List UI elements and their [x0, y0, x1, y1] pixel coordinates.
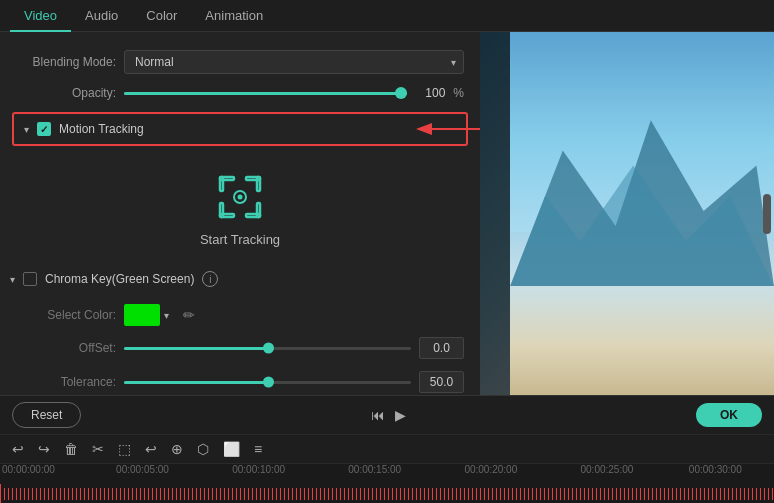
chroma-key-label: Chroma Key(Green Screen) [45, 272, 194, 286]
tab-audio[interactable]: Audio [71, 0, 132, 31]
opacity-row: Opacity: 100 % [0, 80, 480, 106]
toolbar: ↩ ↪ 🗑 ✂ ⬚ ↩ ⊕ ⬡ ⬜ ≡ [0, 434, 774, 463]
svg-marker-13 [510, 165, 774, 286]
video-preview [480, 32, 774, 395]
opacity-slider-thumb[interactable] [395, 87, 407, 99]
undo-button[interactable]: ↩ [8, 439, 28, 459]
tolerance-thumb[interactable] [263, 377, 274, 388]
offset-row: OffSet: 0.0 [0, 331, 480, 365]
time-mark-5: 00:00:25:00 [581, 464, 634, 475]
prev-frame-button[interactable]: ⏮ [371, 407, 385, 423]
mountain-svg [510, 105, 774, 287]
color-swatch-wrapper: ▾ [124, 304, 169, 326]
offset-slider[interactable] [124, 347, 411, 350]
motion-tracking-chevron: ▾ [24, 124, 29, 135]
motion-tracking-label: Motion Tracking [59, 122, 144, 136]
time-mark-2: 00:00:10:00 [232, 464, 285, 475]
video-left-overlay [480, 32, 510, 395]
time-mark-0: 00:00:00:00 [2, 464, 55, 475]
tab-color[interactable]: Color [132, 0, 191, 31]
transform-button[interactable]: ⬡ [193, 439, 213, 459]
timeline-track[interactable] [0, 484, 774, 503]
time-mark-4: 00:00:20:00 [464, 464, 517, 475]
eyedropper-icon[interactable]: ✏ [183, 307, 195, 323]
chroma-key-checkbox[interactable] [23, 272, 37, 286]
chroma-key-info-icon[interactable]: i [202, 271, 218, 287]
timeline-bar [0, 488, 774, 500]
time-mark-6: 00:00:30:00 [689, 464, 742, 475]
copy-button[interactable]: ⬚ [114, 439, 135, 459]
swatch-chevron-icon[interactable]: ▾ [164, 310, 169, 321]
time-mark-3: 00:00:15:00 [348, 464, 401, 475]
reset-button[interactable]: Reset [12, 402, 81, 428]
offset-fill [124, 347, 268, 350]
tracking-icon-svg [215, 172, 265, 222]
properties-panel: Blending Mode: Normal Multiply Screen ▾ … [0, 32, 480, 395]
redo-button[interactable]: ↪ [34, 439, 54, 459]
delete-button[interactable]: 🗑 [60, 439, 82, 459]
color-swatch[interactable] [124, 304, 160, 326]
blending-select-wrapper: Normal Multiply Screen ▾ [124, 50, 464, 74]
offset-value[interactable]: 0.0 [419, 337, 464, 359]
offset-label: OffSet: [16, 341, 116, 355]
crop-button[interactable]: ⬜ [219, 439, 244, 459]
tolerance-slider[interactable] [124, 381, 411, 384]
video-panel [480, 32, 774, 395]
timeline-ruler: 00:00:00:00 00:00:05:00 00:00:10:00 00:0… [0, 464, 774, 484]
tolerance-label: Tolerance: [16, 375, 116, 389]
opacity-slider[interactable] [124, 92, 407, 95]
blending-label: Blending Mode: [16, 55, 116, 69]
playhead[interactable] [0, 484, 1, 503]
opacity-slider-fill [124, 92, 407, 95]
cut-button[interactable]: ✂ [88, 439, 108, 459]
tab-video[interactable]: Video [10, 0, 71, 31]
timeline: 00:00:00:00 00:00:05:00 00:00:10:00 00:0… [0, 463, 774, 503]
motion-tracking-header[interactable]: ▾ Motion Tracking [12, 112, 468, 146]
play-button[interactable]: ▶ [395, 407, 406, 423]
tab-animation[interactable]: Animation [191, 0, 277, 31]
chroma-key-header[interactable]: ▾ Chroma Key(Green Screen) i [0, 263, 480, 295]
motion-tracking-checkbox[interactable] [37, 122, 51, 136]
add-button[interactable]: ⊕ [167, 439, 187, 459]
blending-select[interactable]: Normal Multiply Screen [124, 50, 464, 74]
opacity-percent: % [453, 86, 464, 100]
ok-button[interactable]: OK [696, 403, 762, 427]
tolerance-row: Tolerance: 50.0 [0, 365, 480, 395]
opacity-value: 100 [415, 86, 445, 100]
tracking-center: Start Tracking [0, 152, 480, 259]
tolerance-value[interactable]: 50.0 [419, 371, 464, 393]
svg-point-11 [238, 195, 243, 200]
select-color-label: Select Color: [16, 308, 116, 322]
paste-button[interactable]: ↩ [141, 439, 161, 459]
time-mark-1: 00:00:05:00 [116, 464, 169, 475]
main-area: Blending Mode: Normal Multiply Screen ▾ … [0, 32, 774, 395]
menu-button[interactable]: ≡ [250, 439, 266, 459]
select-color-row: Select Color: ▾ ✏ [0, 299, 480, 331]
scroll-handle[interactable] [763, 194, 771, 234]
offset-thumb[interactable] [263, 343, 274, 354]
red-arrow [410, 114, 480, 144]
tracking-target-icon[interactable] [215, 172, 265, 222]
blending-row: Blending Mode: Normal Multiply Screen ▾ [0, 44, 480, 80]
tabs-bar: Video Audio Color Animation [0, 0, 774, 32]
bottom-buttons-bar: Reset ⏮ ▶ OK [0, 395, 774, 434]
playback-controls: ⏮ ▶ [371, 407, 406, 423]
start-tracking-label: Start Tracking [200, 232, 280, 247]
motion-tracking-section: ▾ Motion Tracking [0, 112, 480, 146]
opacity-label: Opacity: [16, 86, 116, 100]
tolerance-fill [124, 381, 268, 384]
chroma-key-chevron: ▾ [10, 274, 15, 285]
